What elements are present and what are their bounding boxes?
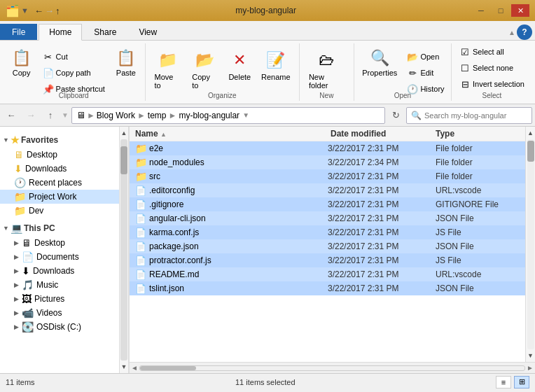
copy-path-button[interactable]: 📄 Copy path <box>39 65 109 80</box>
item-count: 11 items <box>6 378 35 386</box>
project-folder-icon: 📁 <box>14 191 26 202</box>
content-scrollbar[interactable]: ▲ ▼ <box>525 127 535 362</box>
table-row[interactable]: 📁 node_modules 3/22/2017 2:34 PM File fo… <box>130 155 525 169</box>
h-scroll-right[interactable]: ► <box>527 364 534 372</box>
tab-view[interactable]: View <box>128 24 167 40</box>
table-row[interactable]: 📄 protractor.conf.js 3/22/2017 2:31 PM J… <box>130 253 525 267</box>
up-button[interactable]: ↑ <box>42 107 59 124</box>
col-header-date[interactable]: Date modified <box>331 129 436 139</box>
content-scroll-up[interactable]: ▲ <box>526 128 535 138</box>
sidebar-item-music[interactable]: ▶ 🎵 Music <box>0 278 119 292</box>
sidebar-item-project-work[interactable]: 📁 Project Work <box>0 190 119 204</box>
favorites-header[interactable]: ▼ ★ Favorites <box>0 132 119 148</box>
h-scroll-handle[interactable] <box>140 366 196 370</box>
title-bar: 🗂️ ▼ ← → ↑ my-blog-angular ─ □ ✕ <box>0 0 535 21</box>
edit-button[interactable]: ✏ Edit <box>403 65 447 80</box>
copy-button[interactable]: 📋 Copy <box>6 46 38 78</box>
file-type: File folder <box>436 144 520 153</box>
breadcrumb-temp[interactable]: temp <box>148 111 167 120</box>
cut-button[interactable]: ✂ Cut <box>39 49 109 64</box>
help-button[interactable]: ? <box>517 24 532 40</box>
invert-selection-icon: ⊟ <box>459 78 471 90</box>
tab-share[interactable]: Share <box>83 24 127 40</box>
sidebar-item-documents[interactable]: ▶ 📄 Documents <box>0 250 119 264</box>
select-none-button[interactable]: ☐ Select none <box>456 60 528 76</box>
table-row[interactable]: 📄 package.json 3/22/2017 2:31 PM JSON Fi… <box>130 239 525 253</box>
sidebar-item-desktop-fav[interactable]: 🖥 Desktop <box>0 148 119 162</box>
search-input[interactable] <box>424 111 522 120</box>
open-button[interactable]: 📂 Open <box>403 49 447 64</box>
col-header-name[interactable]: Name ▲ <box>135 129 331 139</box>
content-scroll-track[interactable] <box>527 139 534 349</box>
details-view-button[interactable]: ≡ <box>496 376 511 388</box>
list-view-button[interactable]: ⊞ <box>514 376 529 388</box>
move-to-button[interactable]: 📁 Move to <box>150 46 186 92</box>
invert-selection-button[interactable]: ⊟ Invert selection <box>456 76 528 92</box>
breadcrumb-current[interactable]: my-blog-angular <box>179 111 239 120</box>
select-group-label: Select <box>452 92 532 99</box>
clipboard-group: 📋 Copy ✂ Cut 📄 Copy path 📌 <box>3 43 146 101</box>
search-box[interactable]: 🔍 <box>406 107 532 124</box>
sidebar-item-osdisk[interactable]: ▶ 💽 OSDisk (C:) <box>0 320 119 334</box>
main-area: ▼ ★ Favorites 🖥 Desktop ⬇ Downloads 🕐 Re… <box>0 127 535 373</box>
table-row[interactable]: 📄 .gitignore 3/22/2017 2:31 PM GITIGNORE… <box>130 197 525 211</box>
file-name: src <box>149 172 325 181</box>
paste-button[interactable]: 📋 Paste <box>110 46 142 78</box>
sidebar-item-downloads-fav[interactable]: ⬇ Downloads <box>0 162 119 176</box>
h-scroll-left[interactable]: ◄ <box>131 364 138 372</box>
breadcrumb-blog-work[interactable]: Blog Work <box>97 111 135 120</box>
table-row[interactable]: 📄 karma.conf.js 3/22/2017 2:31 PM JS Fil… <box>130 225 525 239</box>
rename-button[interactable]: 📝 Rename <box>257 46 295 84</box>
minimize-button[interactable]: ─ <box>472 4 490 17</box>
file-date: 3/22/2017 2:31 PM <box>328 214 433 223</box>
sidebar-scroll-track[interactable] <box>120 139 127 360</box>
sidebar-item-dev[interactable]: 📁 Dev <box>0 204 119 218</box>
file-date: 3/22/2017 2:31 PM <box>328 200 433 209</box>
table-row[interactable]: 📄 angular-cli.json 3/22/2017 2:31 PM JSO… <box>130 211 525 225</box>
maximize-button[interactable]: □ <box>492 4 510 17</box>
table-row[interactable]: 📁 e2e 3/22/2017 2:31 PM File folder <box>130 141 525 155</box>
sidebar-scroll-up[interactable]: ▲ <box>120 128 129 138</box>
close-button[interactable]: ✕ <box>511 4 529 17</box>
content-scroll-handle[interactable] <box>527 141 534 162</box>
table-row[interactable]: 📄 README.md 3/22/2017 2:31 PM URL:vscode <box>130 267 525 281</box>
copy-icon: 📋 <box>11 49 33 67</box>
delete-button[interactable]: ✕ Delete <box>224 46 256 84</box>
recent-icon: 🕐 <box>14 177 26 188</box>
col-header-type[interactable]: Type <box>436 129 520 139</box>
tab-home[interactable]: Home <box>39 24 82 41</box>
table-row[interactable]: 📄 tslint.json 3/22/2017 2:31 PM JSON Fil… <box>130 281 525 295</box>
file-date: 3/22/2017 2:31 PM <box>328 186 433 195</box>
sidebar-item-downloads-pc[interactable]: ▶ ⬇ Downloads <box>0 264 119 278</box>
h-scroll-track[interactable] <box>139 365 525 371</box>
sidebar-item-videos[interactable]: ▶ 📹 Videos <box>0 306 119 320</box>
table-row[interactable]: 📄 .editorconfig 3/22/2017 2:31 PM URL:vs… <box>130 183 525 197</box>
file-name: e2e <box>149 144 325 153</box>
sidebar-scroll-down[interactable]: ▼ <box>120 362 129 372</box>
ribbon-tab-bar: File Home Share View ▲ ? <box>0 21 535 41</box>
back-button[interactable]: ← <box>3 107 20 124</box>
refresh-button[interactable]: ↻ <box>388 108 403 123</box>
copy-to-button[interactable]: 📂 Copy to <box>187 46 223 92</box>
tab-file[interactable]: File <box>0 24 37 40</box>
select-all-button[interactable]: ☑ Select all <box>456 44 528 59</box>
file-name: .editorconfig <box>149 186 325 195</box>
horizontal-scrollbar[interactable]: ◄ ► <box>130 362 535 373</box>
sidebar-item-recent-places[interactable]: 🕐 Recent places <box>0 176 119 190</box>
properties-button[interactable]: 🔍 Properties <box>357 46 402 78</box>
file-name: angular-cli.json <box>149 214 325 223</box>
sidebar-scroll-handle[interactable] <box>120 146 127 174</box>
sidebar-scrollbar[interactable]: ▲ ▼ <box>119 127 129 373</box>
sidebar-item-pictures[interactable]: ▶ 🖼 Pictures <box>0 292 119 306</box>
table-row[interactable]: 📁 src 3/22/2017 2:31 PM File folder <box>130 169 525 183</box>
content-scroll-down[interactable]: ▼ <box>526 351 535 360</box>
forward-button[interactable]: → <box>22 107 39 124</box>
breadcrumb[interactable]: 🖥 ► Blog Work ► temp ► my-blog-angular ▼ <box>71 107 385 124</box>
window-controls[interactable]: ─ □ ✕ <box>472 4 529 17</box>
new-folder-button[interactable]: 🗁 New folder <box>304 46 349 92</box>
rename-icon: 📝 <box>265 49 287 71</box>
this-pc-header[interactable]: ▼ 💻 This PC <box>0 220 119 236</box>
sidebar-item-desktop-pc[interactable]: ▶ 🖥 Desktop <box>0 236 119 250</box>
file-type: JS File <box>436 227 520 237</box>
view-toggle: ≡ ⊞ <box>496 376 529 388</box>
